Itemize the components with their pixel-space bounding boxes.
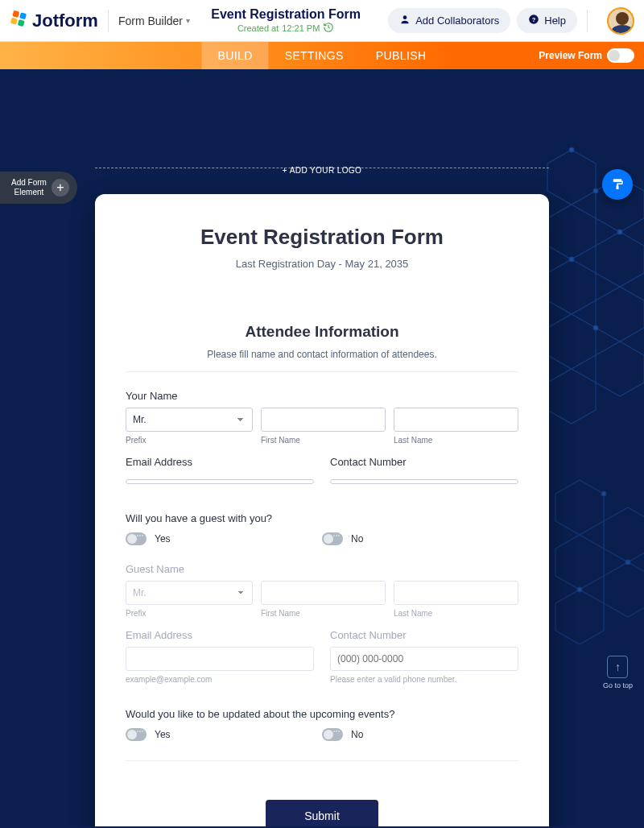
svg-marker-12 bbox=[596, 287, 644, 342]
go-to-top-label: Go to top bbox=[603, 681, 633, 689]
svg-point-19 bbox=[569, 257, 574, 262]
brand-logo[interactable]: Jotform bbox=[10, 10, 98, 32]
guest-no-option[interactable]: No bbox=[322, 532, 518, 545]
guest-contact-label: Contact Number bbox=[330, 629, 518, 641]
submit-wrap: Submit bbox=[126, 800, 518, 826]
tab-publish[interactable]: PUBLISH bbox=[360, 42, 443, 69]
svg-rect-2 bbox=[10, 17, 18, 24]
svg-point-18 bbox=[617, 230, 622, 234]
guest-group: Guest Name Mr. Prefix First Name Last Na… bbox=[126, 563, 518, 684]
guest-email-label: Email Address bbox=[126, 629, 314, 641]
svg-point-16 bbox=[569, 147, 574, 152]
email-contact-row: Email Address Contact Number bbox=[126, 456, 518, 488]
svg-marker-25 bbox=[555, 590, 604, 644]
theme-fab-button[interactable] bbox=[602, 169, 633, 200]
guest-email-contact-row: Email Address example@example.com Contac… bbox=[126, 629, 518, 684]
svg-point-26 bbox=[601, 491, 606, 496]
svg-marker-7 bbox=[547, 150, 596, 205]
svg-rect-0 bbox=[12, 10, 19, 17]
svg-point-17 bbox=[593, 188, 598, 193]
svg-point-20 bbox=[593, 325, 598, 330]
help-icon: ? bbox=[528, 14, 539, 27]
logo-icon bbox=[10, 10, 27, 32]
your-name-prefix-select[interactable]: Mr. bbox=[126, 408, 253, 432]
guest-yes-option[interactable]: Yes bbox=[126, 532, 322, 545]
add-logo-strip[interactable]: + ADD YOUR LOGO bbox=[95, 168, 549, 183]
your-first-name-input[interactable] bbox=[261, 408, 386, 432]
svg-point-28 bbox=[577, 587, 582, 592]
svg-rect-1 bbox=[19, 12, 27, 19]
preview-form-control: Preview Form bbox=[539, 48, 634, 63]
guest-prefix-select[interactable]: Mr. bbox=[126, 581, 253, 605]
no-label: No bbox=[351, 729, 363, 740]
paint-roller-icon bbox=[610, 177, 625, 192]
svg-marker-23 bbox=[555, 535, 604, 590]
guest-contact-input[interactable] bbox=[330, 647, 518, 671]
preview-toggle[interactable] bbox=[607, 48, 634, 63]
guest-prefix-sublabel: Prefix bbox=[126, 609, 253, 618]
tab-settings[interactable]: SETTINGS bbox=[269, 42, 360, 69]
updates-no-option[interactable]: No bbox=[322, 728, 518, 741]
guest-last-name-input[interactable] bbox=[394, 581, 518, 605]
contact-input[interactable] bbox=[330, 479, 518, 484]
prefix-sublabel: Prefix bbox=[126, 436, 253, 445]
form-builder-label: Form Builder bbox=[118, 14, 183, 27]
workspace: Add FormElement + + ADD YOUR LOGO ↑ Go t… bbox=[0, 69, 644, 826]
guest-first-name-input[interactable] bbox=[261, 581, 386, 605]
tab-build[interactable]: BUILD bbox=[201, 42, 268, 69]
created-row: Created at 12:21 PM bbox=[190, 22, 382, 35]
form-card[interactable]: Event Registration Form Last Registratio… bbox=[95, 194, 549, 826]
radio-icon bbox=[322, 728, 343, 741]
go-to-top-button[interactable]: ↑ Go to top bbox=[603, 656, 633, 689]
brand-name: Jotform bbox=[32, 10, 98, 31]
contact-label: Contact Number bbox=[330, 456, 518, 468]
divider bbox=[587, 10, 588, 32]
svg-marker-10 bbox=[596, 232, 644, 287]
form-builder-dropdown[interactable]: Form Builder ▾ bbox=[118, 14, 190, 27]
arrow-up-icon: ↑ bbox=[607, 656, 628, 678]
nav-tabs: BUILD SETTINGS PUBLISH bbox=[201, 42, 442, 69]
created-prefix: Created at bbox=[237, 23, 279, 33]
add-logo-label: + ADD YOUR LOGO bbox=[278, 166, 366, 175]
preview-label: Preview Form bbox=[539, 50, 602, 61]
last-name-sublabel: Last Name bbox=[394, 436, 518, 445]
plus-icon: + bbox=[52, 179, 69, 197]
add-collaborators-button[interactable]: Add Collaborators bbox=[388, 8, 510, 33]
add-form-element-button[interactable]: Add FormElement + bbox=[0, 172, 77, 204]
form-heading: Event Registration Form bbox=[126, 225, 518, 250]
submit-button[interactable]: Submit bbox=[266, 800, 378, 826]
svg-rect-3 bbox=[18, 19, 25, 27]
guest-radio-row: Yes No bbox=[126, 532, 518, 545]
top-bar: Jotform Form Builder ▾ Event Registratio… bbox=[0, 0, 644, 42]
your-last-name-input[interactable] bbox=[394, 408, 518, 432]
section-subheading: Please fill name and contact information… bbox=[126, 349, 518, 372]
avatar[interactable] bbox=[607, 7, 634, 35]
svg-marker-24 bbox=[604, 562, 644, 617]
add-form-element-label: Add FormElement bbox=[11, 178, 47, 197]
radio-icon bbox=[322, 532, 343, 545]
history-icon[interactable] bbox=[323, 22, 334, 35]
guest-email-input[interactable] bbox=[126, 647, 314, 671]
divider bbox=[108, 10, 109, 32]
updates-yes-option[interactable]: Yes bbox=[126, 728, 322, 741]
guest-email-hint: example@example.com bbox=[126, 675, 314, 684]
updates-question: Would you like to be updated about the u… bbox=[126, 708, 518, 720]
updates-radio-row: Yes No bbox=[126, 728, 518, 761]
radio-icon bbox=[126, 728, 147, 741]
form-title[interactable]: Event Registration Form bbox=[190, 7, 382, 22]
no-label: No bbox=[351, 533, 363, 544]
svg-point-27 bbox=[625, 560, 630, 565]
help-button[interactable]: ? Help bbox=[517, 8, 577, 33]
guest-contact-hint: Please enter a valid phone number. bbox=[330, 675, 518, 684]
email-input[interactable] bbox=[126, 479, 314, 484]
help-label: Help bbox=[544, 14, 566, 27]
your-name-row: Mr. Prefix First Name Last Name bbox=[126, 408, 518, 445]
created-time: 12:21 PM bbox=[282, 23, 320, 33]
svg-marker-14 bbox=[596, 342, 644, 396]
svg-text:?: ? bbox=[532, 16, 536, 23]
title-block: Event Registration Form Created at 12:21… bbox=[190, 7, 382, 35]
builder-nav: BUILD SETTINGS PUBLISH Preview Form bbox=[0, 42, 644, 69]
svg-marker-21 bbox=[555, 480, 604, 535]
svg-marker-22 bbox=[604, 507, 644, 562]
guest-last-name-sublabel: Last Name bbox=[394, 609, 518, 618]
